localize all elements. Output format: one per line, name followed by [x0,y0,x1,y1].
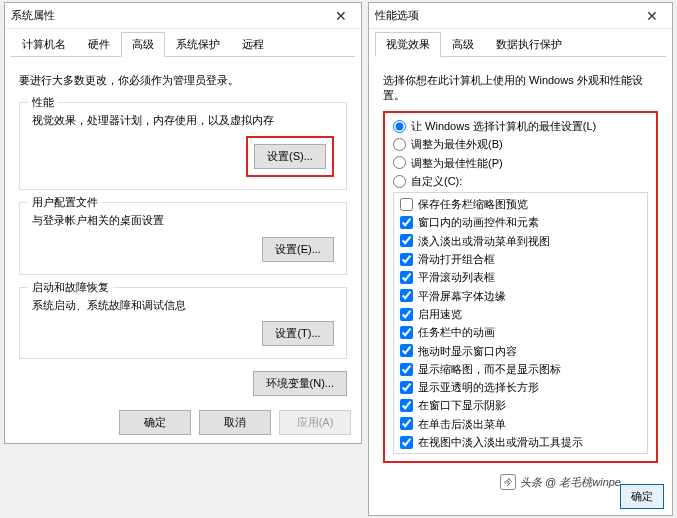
group-profile: 用户配置文件 与登录帐户相关的桌面设置 设置(E)... [19,202,347,274]
check-input[interactable] [400,363,413,376]
group-startup-title: 启动和故障恢复 [28,280,113,295]
check-label: 拖动时显示窗口内容 [418,344,517,358]
radio-input[interactable] [393,120,406,133]
admin-info: 要进行大多数更改，你必须作为管理员登录。 [19,73,347,88]
performance-options-dialog: 性能选项 ✕ 视觉效果 高级 数据执行保护 选择你想在此计算机上使用的 Wind… [368,2,673,516]
watermark-icon: 今 [500,474,516,490]
apply-button[interactable]: 应用(A) [279,410,351,435]
radio-option-2[interactable]: 调整为最佳性能(P) [393,156,648,170]
title-right: 性能选项 [375,8,419,23]
cancel-button[interactable]: 取消 [199,410,271,435]
check-option-7[interactable]: 任务栏中的动画 [400,325,641,339]
check-input[interactable] [400,326,413,339]
check-label: 显示亚透明的选择长方形 [418,380,539,394]
check-input[interactable] [400,344,413,357]
check-option-12[interactable]: 在单击后淡出菜单 [400,417,641,431]
check-option-14[interactable]: 在鼠标指针下显示阴影 [400,453,641,454]
close-icon[interactable]: ✕ [638,8,666,24]
group-perf-title: 性能 [28,95,58,110]
check-option-10[interactable]: 显示亚透明的选择长方形 [400,380,641,394]
perf-btn-highlight: 设置(S)... [246,136,334,177]
tab-remote[interactable]: 远程 [231,32,275,57]
tabs-right: 视觉效果 高级 数据执行保护 [375,31,666,57]
titlebar-left: 系统属性 ✕ [5,3,361,29]
content-left: 要进行大多数更改，你必须作为管理员登录。 性能 视觉效果，处理器计划，内存使用，… [5,57,361,404]
check-input[interactable] [400,234,413,247]
settings-perf-button[interactable]: 设置(S)... [254,144,326,169]
footer-left: 确定 取消 应用(A) [119,410,351,435]
check-option-1[interactable]: 窗口内的动画控件和元素 [400,215,641,229]
check-input[interactable] [400,417,413,430]
check-label: 平滑滚动列表框 [418,270,495,284]
check-input[interactable] [400,253,413,266]
footer-right: 确定 [620,484,664,509]
radio-input[interactable] [393,156,406,169]
group-profile-desc: 与登录帐户相关的桌面设置 [32,213,334,228]
checkbox-list[interactable]: 保存任务栏缩略图预览窗口内的动画控件和元素淡入淡出或滑动菜单到视图滑动打开组合框… [393,192,648,454]
tab-hardware[interactable]: 硬件 [77,32,121,57]
watermark: 今 头条 @ 老毛桃winpe [500,474,621,490]
check-option-8[interactable]: 拖动时显示窗口内容 [400,344,641,358]
check-input[interactable] [400,308,413,321]
check-option-3[interactable]: 滑动打开组合框 [400,252,641,266]
check-input[interactable] [400,436,413,449]
radio-label: 调整为最佳性能(P) [411,156,503,170]
content-right: 选择你想在此计算机上使用的 Windows 外观和性能设置。 让 Windows… [369,57,672,471]
check-input[interactable] [400,381,413,394]
radio-label: 让 Windows 选择计算机的最佳设置(L) [411,119,596,133]
radio-option-0[interactable]: 让 Windows 选择计算机的最佳设置(L) [393,119,648,133]
radio-option-1[interactable]: 调整为最佳外观(B) [393,137,648,151]
check-option-11[interactable]: 在窗口下显示阴影 [400,398,641,412]
group-perf-desc: 视觉效果，处理器计划，内存使用，以及虚拟内存 [32,113,334,128]
group-performance: 性能 视觉效果，处理器计划，内存使用，以及虚拟内存 设置(S)... [19,102,347,190]
radio-group: 让 Windows 选择计算机的最佳设置(L)调整为最佳外观(B)调整为最佳性能… [393,119,648,188]
check-option-2[interactable]: 淡入淡出或滑动菜单到视图 [400,234,641,248]
tab-advanced-r[interactable]: 高级 [441,32,485,57]
check-input[interactable] [400,271,413,284]
check-label: 在窗口下显示阴影 [418,398,506,412]
check-label: 在视图中淡入淡出或滑动工具提示 [418,435,583,449]
check-input[interactable] [400,289,413,302]
check-option-13[interactable]: 在视图中淡入淡出或滑动工具提示 [400,435,641,449]
check-option-9[interactable]: 显示缩略图，而不是显示图标 [400,362,641,376]
check-input[interactable] [400,399,413,412]
check-label: 显示缩略图，而不是显示图标 [418,362,561,376]
check-label: 淡入淡出或滑动菜单到视图 [418,234,550,248]
check-label: 滑动打开组合框 [418,252,495,266]
check-option-0[interactable]: 保存任务栏缩略图预览 [400,197,641,211]
check-label: 保存任务栏缩略图预览 [418,197,528,211]
group-startup-desc: 系统启动、系统故障和调试信息 [32,298,334,313]
check-label: 在单击后淡出菜单 [418,417,506,431]
check-label: 启用速览 [418,307,462,321]
check-label: 平滑屏幕字体边缘 [418,289,506,303]
options-highlight: 让 Windows 选择计算机的最佳设置(L)调整为最佳外观(B)调整为最佳性能… [383,111,658,463]
check-label: 在鼠标指针下显示阴影 [418,453,528,454]
tab-computername[interactable]: 计算机名 [11,32,77,57]
radio-label: 调整为最佳外观(B) [411,137,503,151]
tab-visualeffects[interactable]: 视觉效果 [375,32,441,57]
radio-input[interactable] [393,175,406,188]
check-input[interactable] [400,198,413,211]
watermark-text: 头条 @ 老毛桃winpe [520,475,621,490]
group-profile-title: 用户配置文件 [28,195,102,210]
ok-button-right[interactable]: 确定 [620,484,664,509]
check-label: 窗口内的动画控件和元素 [418,215,539,229]
check-input[interactable] [400,216,413,229]
radio-input[interactable] [393,138,406,151]
system-properties-dialog: 系统属性 ✕ 计算机名 硬件 高级 系统保护 远程 要进行大多数更改，你必须作为… [4,2,362,444]
settings-profile-button[interactable]: 设置(E)... [262,237,334,262]
check-option-4[interactable]: 平滑滚动列表框 [400,270,641,284]
radio-option-3[interactable]: 自定义(C): [393,174,648,188]
check-option-5[interactable]: 平滑屏幕字体边缘 [400,289,641,303]
settings-startup-button[interactable]: 设置(T)... [262,321,334,346]
check-label: 任务栏中的动画 [418,325,495,339]
title-left: 系统属性 [11,8,55,23]
titlebar-right: 性能选项 ✕ [369,3,672,29]
tab-systemprotect[interactable]: 系统保护 [165,32,231,57]
tab-advanced[interactable]: 高级 [121,32,165,57]
ok-button[interactable]: 确定 [119,410,191,435]
tab-dep[interactable]: 数据执行保护 [485,32,573,57]
close-icon[interactable]: ✕ [327,8,355,24]
env-vars-button[interactable]: 环境变量(N)... [253,371,347,396]
check-option-6[interactable]: 启用速览 [400,307,641,321]
